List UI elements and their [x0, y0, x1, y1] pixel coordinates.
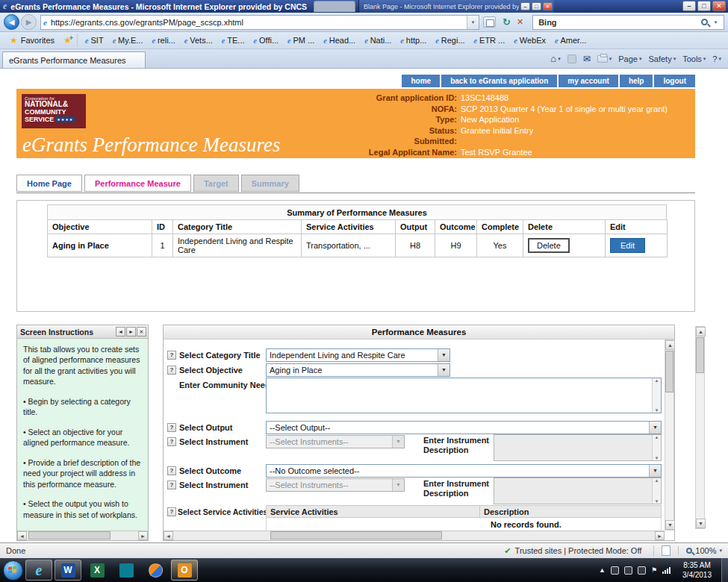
forward-button[interactable]: ▶: [21, 14, 37, 30]
favorite-link[interactable]: eRegi...: [431, 34, 469, 46]
help-icon[interactable]: ?: [167, 481, 176, 489]
tray-icon[interactable]: [624, 566, 632, 575]
favorite-link[interactable]: eETR ...: [470, 34, 510, 46]
output-select[interactable]: --Select Output-- ▼: [266, 421, 662, 434]
outcome-select[interactable]: --No Outcome selected-- ▼: [266, 464, 662, 478]
help-menu[interactable]: ?▾: [712, 54, 721, 63]
scroll-up-arrow[interactable]: ▲: [696, 327, 706, 337]
bg-minimize-button[interactable]: –: [520, 2, 530, 10]
tab-home-page[interactable]: Home Page: [16, 175, 82, 192]
taskbar-outlook[interactable]: O: [171, 560, 198, 581]
bg-maximize-button[interactable]: □: [532, 2, 541, 10]
scroll-right-arrow[interactable]: ►: [655, 531, 665, 540]
taskbar-internet-explorer[interactable]: e: [25, 560, 52, 581]
bg-close-button[interactable]: ✕: [543, 2, 553, 10]
page-vertical-scrollbar[interactable]: ▲ ▼: [695, 326, 705, 529]
browser-tab[interactable]: eGrants Performance Measures: [2, 51, 146, 68]
tab-summary[interactable]: Summary: [241, 175, 299, 192]
start-button[interactable]: [3, 560, 23, 581]
help-icon[interactable]: ?: [167, 466, 176, 475]
background-window-fragment[interactable]: [314, 1, 355, 12]
scroll-up-arrow[interactable]: ▲: [665, 340, 675, 350]
tray-icon[interactable]: [638, 566, 646, 575]
compatibility-view-icon[interactable]: [483, 16, 496, 28]
taskbar-excel[interactable]: X: [84, 560, 111, 581]
feeds-icon[interactable]: [567, 54, 576, 63]
edit-button[interactable]: Edit: [610, 238, 645, 253]
address-dropdown[interactable]: ▾: [467, 16, 479, 29]
tab-target[interactable]: Target: [193, 175, 239, 192]
page-menu[interactable]: Page▾: [618, 54, 641, 63]
home-button[interactable]: ⌂▾: [550, 53, 560, 64]
add-favorite-button[interactable]: ★ +: [60, 34, 78, 47]
stop-button[interactable]: ✕: [517, 17, 523, 27]
favorite-link[interactable]: eMy.E...: [108, 34, 148, 46]
textarea-scrollbar[interactable]: ▲▼: [652, 378, 661, 413]
network-icon[interactable]: [662, 567, 671, 574]
favorite-link[interactable]: eTE...: [217, 34, 249, 46]
maximize-button[interactable]: □: [697, 1, 711, 11]
safety-menu[interactable]: Safety▾: [648, 54, 676, 63]
prev-instruction-button[interactable]: ◄: [116, 327, 125, 337]
mail-icon[interactable]: ✉: [583, 54, 591, 64]
security-zone[interactable]: ✔ Trusted sites | Protected Mode: Off: [504, 546, 641, 556]
search-box[interactable]: Bing ▾: [532, 15, 724, 30]
background-window[interactable]: Blank Page - Microsoft Internet Explorer…: [358, 0, 554, 13]
zoom-control[interactable]: 100% ▾: [678, 546, 722, 555]
show-hidden-icons-button[interactable]: ▲: [599, 566, 606, 574]
next-instruction-button[interactable]: ►: [126, 327, 136, 337]
nav-logout-button[interactable]: logout: [654, 75, 695, 87]
taskbar-media-player[interactable]: [142, 560, 169, 581]
taskbar-clock[interactable]: 8:35 AM 3/4/2013: [676, 560, 718, 580]
search-icon[interactable]: [701, 19, 708, 25]
nav-home-button[interactable]: home: [402, 75, 440, 87]
favorite-link[interactable]: eOffi...: [249, 34, 284, 46]
favorite-link[interactable]: eWebEx: [509, 34, 550, 46]
refresh-button[interactable]: ↻: [503, 16, 511, 28]
search-dropdown[interactable]: ▾: [710, 19, 721, 25]
scrollbar-thumb[interactable]: [270, 531, 442, 539]
favorite-link[interactable]: eHead...: [319, 34, 360, 46]
action-center-flag-icon[interactable]: ⚑: [651, 566, 657, 574]
favorite-link[interactable]: ePM ...: [283, 34, 319, 46]
nav-back-to-egrants-button[interactable]: back to eGrants application: [441, 75, 557, 87]
chevron-down-icon[interactable]: ▼: [438, 364, 449, 376]
objective-select[interactable]: Aging in Place ▼: [266, 363, 450, 377]
favorite-link[interactable]: eVets...: [180, 34, 217, 46]
chevron-down-icon[interactable]: ▼: [649, 422, 661, 434]
print-button[interactable]: ▾: [597, 55, 612, 63]
category-title-select[interactable]: Independent Living and Respite Care ▼: [266, 348, 450, 362]
favorites-button[interactable]: ★ Favorites: [4, 34, 60, 47]
taskbar-word[interactable]: W: [55, 560, 81, 581]
chevron-down-icon[interactable]: ▼: [438, 349, 449, 361]
chevron-down-icon[interactable]: ▼: [649, 465, 661, 477]
scrollbar-track[interactable]: [173, 531, 655, 540]
address-bar[interactable]: e https://egrants.cns.gov/egrantsPM/page…: [40, 15, 479, 30]
page-mode-icon[interactable]: [662, 545, 671, 556]
scroll-down-arrow[interactable]: ▼: [696, 519, 706, 528]
favorite-link[interactable]: eNati...: [360, 34, 396, 46]
help-icon[interactable]: ?: [167, 507, 176, 516]
scrollbar-track[interactable]: [27, 531, 138, 540]
scrollbar-thumb[interactable]: [696, 337, 704, 373]
scroll-down-arrow[interactable]: ▼: [653, 408, 661, 413]
community-need-textarea[interactable]: ▲▼: [266, 378, 662, 413]
scrollbar-track[interactable]: [696, 337, 704, 519]
scroll-left-arrow[interactable]: ◄: [164, 531, 173, 540]
tab-performance-measure[interactable]: Performance Measure: [84, 175, 191, 192]
help-icon[interactable]: ?: [167, 423, 176, 432]
scrollbar-thumb[interactable]: [665, 351, 673, 392]
delete-button[interactable]: Delete: [528, 238, 570, 253]
form-vertical-scrollbar[interactable]: ▲ ▼: [665, 340, 674, 531]
scrollbar-track[interactable]: [665, 350, 673, 520]
scroll-left-arrow[interactable]: ◄: [17, 531, 27, 540]
help-icon[interactable]: ?: [167, 366, 176, 375]
tray-icon[interactable]: [611, 566, 619, 575]
form-horizontal-scrollbar[interactable]: ◄ ►: [164, 531, 665, 540]
help-icon[interactable]: ?: [167, 437, 176, 446]
instructions-horizontal-scrollbar[interactable]: ◄ ►: [17, 531, 148, 540]
nav-my-account-button[interactable]: my account: [559, 75, 618, 87]
help-icon[interactable]: ?: [167, 351, 176, 360]
favorite-link[interactable]: ereli...: [148, 34, 180, 46]
close-button[interactable]: ✕: [712, 1, 726, 11]
